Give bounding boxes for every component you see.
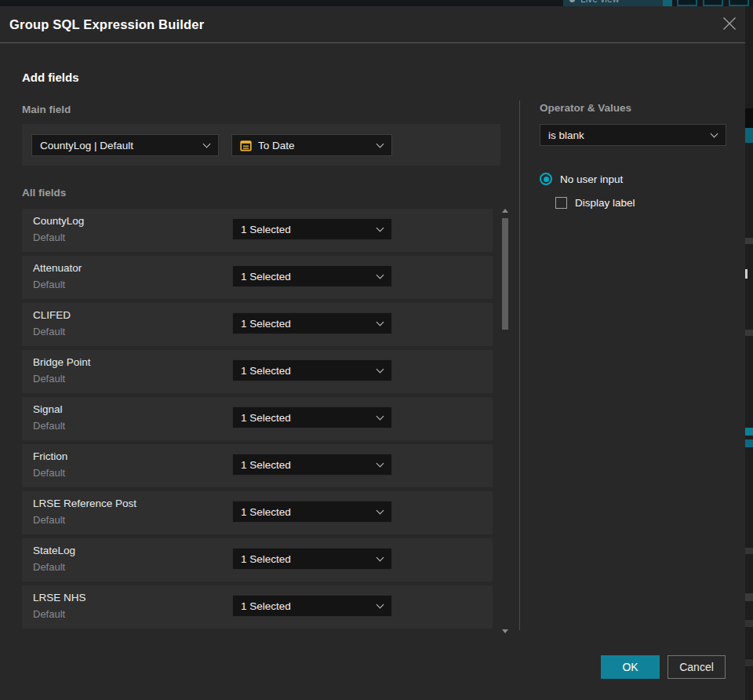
field-row: Attenuator Default 1 Selected [22, 256, 493, 299]
main-field-label: Main field [22, 104, 71, 115]
field-row: LRSE Reference Post Default 1 Selected [22, 491, 493, 534]
field-subtitle: Default [33, 514, 65, 526]
chevron-down-icon [376, 365, 384, 373]
field-selection-select[interactable]: 1 Selected [232, 359, 392, 381]
field-subtitle: Default [33, 279, 65, 290]
add-fields-heading: Add fields [22, 71, 79, 84]
screen: Live view Group SQL Expression Builder [0, 0, 753, 700]
no-user-input-radio[interactable]: No user input [540, 173, 623, 185]
field-selection-select[interactable]: 1 Selected [232, 407, 392, 428]
field-subtitle: Default [33, 420, 65, 432]
field-row: LRSE NHS Default 1 Selected [22, 585, 493, 629]
chevron-down-icon [376, 506, 384, 514]
field-subtitle: Default [33, 608, 65, 620]
field-subtitle: Default [33, 326, 65, 337]
main-field-select[interactable]: CountyLog | Default [31, 134, 219, 156]
field-row: Bridge Point Default 1 Selected [22, 350, 493, 393]
field-selection-value: 1 Selected [241, 365, 291, 377]
background-app-sliver [745, 6, 753, 700]
chevron-down-icon [376, 271, 384, 279]
toolbar-widget-icon[interactable] [703, 0, 723, 6]
scroll-down-icon[interactable] [502, 629, 508, 633]
field-subtitle: Default [33, 232, 65, 243]
field-row: CLIFED Default 1 Selected [22, 303, 493, 346]
live-view-label: Live view [580, 0, 619, 5]
field-name: Signal [33, 403, 63, 415]
field-name: Bridge Point [33, 356, 91, 368]
field-name: Friction [33, 450, 67, 462]
field-selection-value: 1 Selected [241, 412, 291, 424]
no-user-input-label: No user input [560, 173, 623, 185]
field-subtitle: Default [33, 467, 65, 479]
close-button[interactable] [722, 16, 737, 32]
all-fields-label: All fields [22, 187, 66, 199]
toolbar-widget-icon[interactable] [663, 0, 672, 6]
chevron-down-icon [376, 318, 384, 326]
field-selection-value: 1 Selected [241, 459, 291, 471]
field-name: LRSE NHS [33, 592, 86, 603]
display-label-checkbox[interactable]: Display label [555, 197, 635, 209]
field-name: Attenuator [33, 262, 82, 274]
chevron-down-icon [376, 459, 384, 467]
operator-select-value: is blank [548, 129, 584, 141]
field-selection-select[interactable]: 1 Selected [232, 454, 392, 476]
field-name: LRSE Reference Post [33, 498, 136, 509]
close-icon [722, 16, 737, 31]
chevron-down-icon [376, 140, 384, 148]
group-sql-expression-builder-dialog: Group SQL Expression Builder Add fields … [0, 6, 745, 700]
field-type-select-value: To Date [258, 140, 295, 151]
field-selection-select[interactable]: 1 Selected [232, 548, 392, 570]
field-selection-select[interactable]: 1 Selected [232, 595, 392, 617]
checkbox-unchecked-icon [555, 197, 567, 209]
scrollbar-thumb[interactable] [502, 218, 508, 330]
field-name: StateLog [33, 545, 75, 556]
field-selection-value: 1 Selected [241, 506, 291, 518]
chevron-down-icon [711, 129, 718, 137]
field-selection-value: 1 Selected [241, 553, 291, 565]
field-subtitle: Default [33, 373, 65, 385]
panel-divider [519, 100, 520, 630]
radio-selected-icon [540, 173, 552, 185]
field-selection-select[interactable]: 1 Selected [232, 312, 392, 334]
scroll-up-icon[interactable] [502, 209, 508, 213]
field-selection-select[interactable]: 1 Selected [232, 501, 392, 523]
field-selection-select[interactable]: 1 Selected [232, 265, 392, 287]
field-row: Signal Default 1 Selected [22, 397, 493, 440]
field-selection-value: 1 Selected [241, 318, 291, 330]
field-name: CountyLog [33, 215, 84, 227]
field-selection-value: 1 Selected [241, 600, 291, 612]
toolbar-widget-icon[interactable] [677, 0, 697, 6]
chevron-down-icon [376, 412, 384, 420]
chevron-down-icon [376, 553, 384, 561]
field-selection-value: 1 Selected [241, 271, 291, 283]
toolbar-widget-icon[interactable] [729, 0, 749, 6]
field-row: CountyLog Default 1 Selected [22, 209, 493, 252]
chevron-down-icon [376, 600, 384, 608]
field-selection-select[interactable]: 1 Selected [232, 218, 392, 240]
header-divider [0, 42, 745, 43]
list-scrollbar[interactable] [500, 206, 511, 633]
main-field-select-value: CountyLog | Default [40, 140, 133, 151]
chevron-down-icon [376, 224, 384, 232]
field-subtitle: Default [33, 561, 65, 573]
field-selection-value: 1 Selected [241, 224, 291, 235]
calendar-icon [240, 139, 252, 151]
ok-button[interactable]: OK [601, 655, 660, 679]
operator-select[interactable]: is blank [540, 124, 726, 146]
dialog-header: Group SQL Expression Builder [0, 6, 745, 42]
field-row: StateLog Default 1 Selected [22, 538, 493, 582]
live-view-button[interactable]: Live view [563, 0, 663, 6]
field-type-select[interactable]: To Date [231, 134, 392, 156]
display-label-label: Display label [575, 197, 635, 209]
cancel-button[interactable]: Cancel [668, 655, 726, 679]
dialog-title: Group SQL Expression Builder [9, 6, 204, 42]
field-row: Friction Default 1 Selected [22, 444, 493, 487]
live-dot-icon [569, 0, 575, 2]
field-name: CLIFED [33, 309, 71, 321]
operator-values-label: Operator & Values [540, 102, 631, 114]
main-field-panel: CountyLog | Default To Date [22, 124, 500, 166]
background-toolbar: Live view [0, 0, 753, 6]
chevron-down-icon [203, 140, 211, 148]
